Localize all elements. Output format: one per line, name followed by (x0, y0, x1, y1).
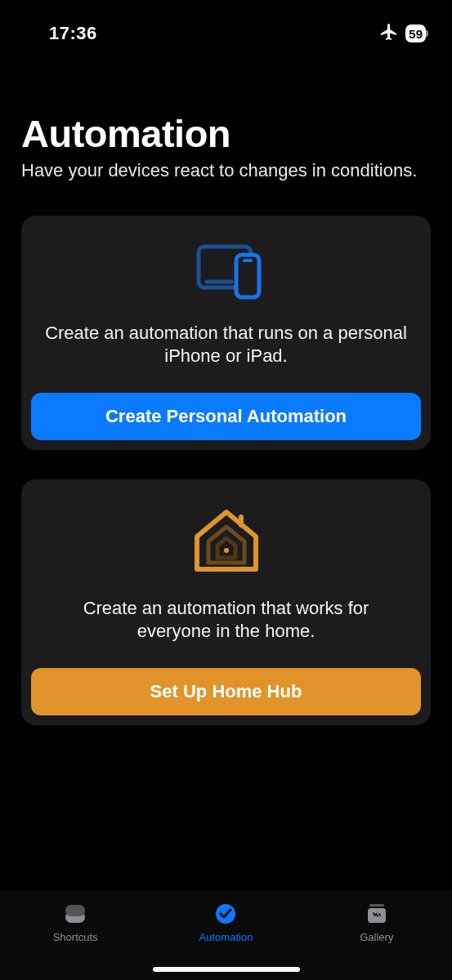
shortcuts-icon (61, 902, 89, 929)
create-personal-automation-button[interactable]: Create Personal Automation (31, 393, 421, 440)
svg-rect-7 (65, 905, 85, 916)
page-title: Automation (21, 111, 431, 156)
home-automation-text: Create an automation that works for ever… (31, 597, 421, 644)
personal-automation-card: Create an automation that runs on a pers… (21, 216, 431, 450)
page-header: Automation Have your devices react to ch… (0, 49, 452, 183)
tab-automation[interactable]: Automation (168, 902, 283, 943)
battery-indicator: 59 (405, 24, 426, 42)
tab-shortcuts-label: Shortcuts (53, 931, 98, 943)
tab-shortcuts[interactable]: Shortcuts (18, 902, 132, 943)
status-icons: 59 (379, 22, 426, 45)
devices-icon (187, 243, 266, 304)
status-time: 17:36 (49, 23, 97, 44)
page-subtitle: Have your devices react to changes in co… (21, 159, 431, 183)
status-bar: 17:36 59 (0, 0, 452, 49)
home-automation-card: Create an automation that works for ever… (21, 479, 431, 725)
tab-gallery[interactable]: Gallery (320, 902, 434, 943)
svg-point-5 (224, 548, 229, 553)
home-indicator[interactable] (153, 967, 300, 972)
personal-automation-text: Create an automation that runs on a pers… (31, 322, 421, 368)
automation-icon (212, 902, 239, 929)
home-icon (189, 507, 264, 579)
tab-gallery-label: Gallery (360, 931, 393, 943)
airplane-mode-icon (379, 22, 399, 45)
content-area: Create an automation that runs on a pers… (0, 183, 452, 725)
gallery-icon (363, 902, 391, 929)
svg-rect-9 (369, 904, 384, 906)
set-up-home-hub-button[interactable]: Set Up Home Hub (31, 668, 421, 715)
tab-automation-label: Automation (199, 931, 253, 943)
